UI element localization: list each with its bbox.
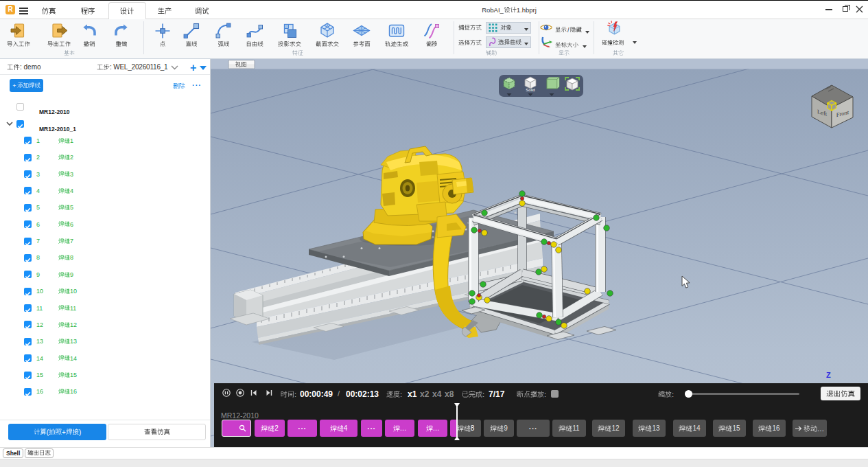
svg-text:Solid: Solid: [526, 88, 535, 92]
svg-text:Z: Z: [826, 371, 831, 379]
